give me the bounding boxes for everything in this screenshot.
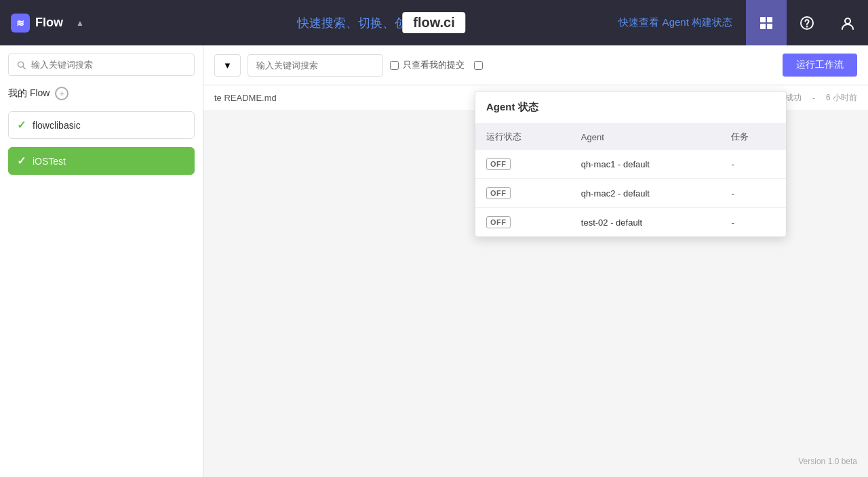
agent-row-0: OFF qh-mac1 - default - bbox=[475, 150, 786, 179]
my-commits-filter[interactable]: 只查看我的提交 bbox=[390, 59, 465, 71]
my-flow-header: 我的 Flow + bbox=[8, 84, 195, 103]
svg-rect-0 bbox=[760, 17, 766, 22]
help-button[interactable] bbox=[787, 0, 827, 45]
agent-row-2: OFF test-02 - default - bbox=[475, 208, 786, 237]
extra-checkbox[interactable] bbox=[474, 61, 483, 70]
add-flow-button[interactable]: + bbox=[55, 87, 68, 100]
check-icon: ✓ bbox=[17, 119, 26, 131]
brand-logo: flow.ci bbox=[402, 12, 465, 33]
flow-item-label-active: iOSTest bbox=[33, 156, 66, 167]
toolbar-search-input[interactable] bbox=[248, 54, 383, 77]
agent-status-panel: Agent 状态 运行状态 Agent 任务 OFF qh-mac1 - def… bbox=[475, 91, 787, 237]
svg-rect-1 bbox=[767, 17, 772, 22]
col-status: 运行状态 bbox=[475, 124, 570, 150]
search-icon bbox=[17, 60, 26, 70]
main-content: ▼ 只查看我的提交 运行工作流 te README.md default/v/0… bbox=[203, 45, 868, 477]
check-icon-active: ✓ bbox=[17, 154, 26, 167]
off-badge-1: OFF bbox=[486, 187, 511, 199]
flow-item-iostest[interactable]: ✓ iOSTest bbox=[8, 147, 195, 175]
agent-row-1: OFF qh-mac2 - default - bbox=[475, 179, 786, 208]
my-flow-label: 我的 Flow bbox=[8, 87, 50, 100]
agent-name-2: test-02 - default bbox=[570, 208, 721, 237]
flow-item-label: flowclibasic bbox=[33, 120, 81, 131]
navbar-right-section: 快速查看 Agent 构建状态 bbox=[605, 0, 868, 45]
svg-point-5 bbox=[807, 26, 808, 26]
user-button[interactable] bbox=[827, 0, 868, 45]
svg-rect-3 bbox=[767, 24, 772, 29]
main-layout: 我的 Flow + ✓ flowclibasic ✓ iOSTest ▼ 只查看… bbox=[0, 45, 868, 477]
col-agent: Agent bbox=[570, 124, 721, 150]
col-task: 任务 bbox=[720, 124, 786, 150]
branch-dropdown[interactable]: ▼ bbox=[214, 54, 241, 77]
navbar: ≋ Flow ▲ 快速搜索、切换、创建 flow flow.ci 快速查看 Ag… bbox=[0, 0, 868, 45]
agent-status-2: OFF bbox=[475, 208, 570, 237]
grid-view-button[interactable] bbox=[746, 0, 787, 45]
chevron-down-icon: ▲ bbox=[76, 18, 84, 28]
agent-status-link[interactable]: 快速查看 Agent 构建状态 bbox=[605, 16, 746, 29]
agent-table: 运行状态 Agent 任务 OFF qh-mac1 - default - bbox=[475, 124, 786, 236]
main-toolbar: ▼ 只查看我的提交 运行工作流 bbox=[203, 45, 868, 85]
version-label: Version 1.0 beta bbox=[798, 457, 857, 466]
svg-rect-2 bbox=[760, 24, 766, 29]
search-hint-button[interactable]: 快速搜索、切换、创建 flow bbox=[95, 15, 605, 31]
build-meta2: 成功 bbox=[785, 92, 802, 104]
agent-task-1: - bbox=[720, 179, 786, 208]
agent-panel-title: Agent 状态 bbox=[475, 91, 786, 124]
flow-item-flowclibasic[interactable]: ✓ flowclibasic bbox=[8, 111, 195, 139]
sidebar: 我的 Flow + ✓ flowclibasic ✓ iOSTest bbox=[0, 45, 203, 477]
svg-line-8 bbox=[23, 66, 25, 68]
agent-task-2: - bbox=[720, 208, 786, 237]
my-commits-label: 只查看我的提交 bbox=[403, 59, 465, 71]
agent-name-0: qh-mac1 - default bbox=[570, 150, 721, 179]
user-icon bbox=[840, 16, 855, 30]
off-badge-2: OFF bbox=[486, 216, 511, 228]
off-badge-0: OFF bbox=[486, 158, 511, 170]
build-time: 6 小时前 bbox=[826, 92, 857, 104]
agent-name-1: qh-mac2 - default bbox=[570, 179, 721, 208]
flow-label: Flow bbox=[35, 16, 63, 30]
agent-task-0: - bbox=[720, 150, 786, 179]
help-icon bbox=[800, 16, 814, 30]
run-flow-button[interactable]: 运行工作流 bbox=[783, 54, 857, 77]
svg-point-6 bbox=[845, 18, 850, 24]
sidebar-search-box[interactable] bbox=[8, 54, 195, 76]
flow-menu-button[interactable]: ≋ Flow ▲ bbox=[0, 14, 95, 33]
dropdown-arrow-icon: ▼ bbox=[223, 60, 232, 70]
grid-icon bbox=[759, 16, 774, 30]
agent-status-0: OFF bbox=[475, 150, 570, 179]
sidebar-search-input[interactable] bbox=[31, 60, 186, 70]
flow-logo-icon: ≋ bbox=[11, 14, 30, 33]
build-meta3: - bbox=[812, 94, 815, 103]
agent-status-1: OFF bbox=[475, 179, 570, 208]
my-commits-checkbox[interactable] bbox=[390, 61, 399, 70]
